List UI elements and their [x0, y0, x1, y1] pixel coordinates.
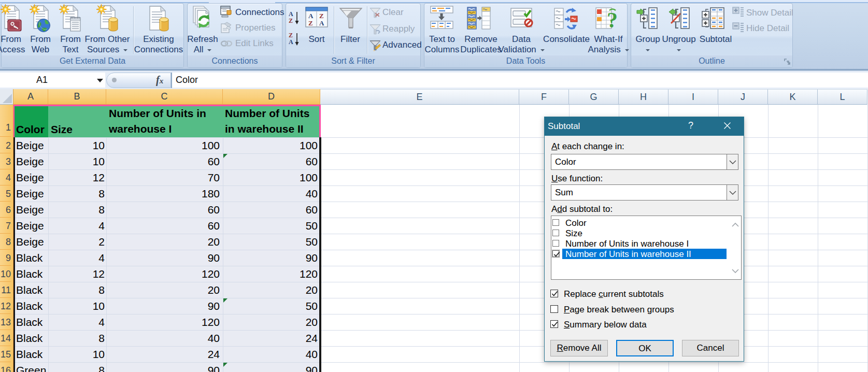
- svg-text:A: A: [319, 19, 324, 27]
- svg-text:?: ?: [607, 8, 618, 30]
- svg-text:A: A: [289, 10, 293, 18]
- svg-text:A: A: [308, 12, 314, 20]
- svg-text:Z: Z: [308, 19, 313, 27]
- svg-text:Z: Z: [289, 17, 293, 24]
- svg-text:Z: Z: [319, 12, 324, 20]
